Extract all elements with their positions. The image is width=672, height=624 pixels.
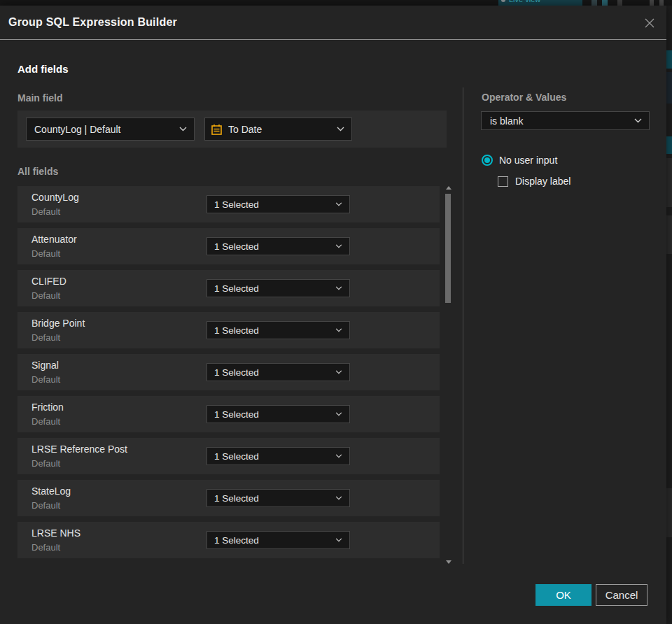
field-subtitle: Default (31, 500, 60, 511)
cancel-button[interactable]: Cancel (596, 584, 648, 606)
chevron-down-icon (335, 328, 342, 332)
field-subtitle: Default (31, 458, 60, 469)
operator-select-value: is blank (490, 115, 634, 127)
background-app-edge-strip (666, 6, 672, 624)
field-name: Friction (31, 402, 64, 413)
radio-selected-icon (482, 155, 493, 166)
field-selection-dropdown[interactable]: 1 Selected (206, 447, 350, 465)
chevron-down-icon (335, 454, 342, 458)
live-indicator-dot (501, 0, 505, 2)
selection-count: 1 Selected (214, 367, 335, 378)
field-name: Bridge Point (31, 318, 85, 329)
background-edge-fragment (666, 215, 672, 254)
background-app-top-strip: Live view (0, 0, 672, 6)
field-name: Attenuator (31, 234, 77, 245)
field-subtitle: Default (31, 248, 60, 259)
field-subtitle: Default (31, 416, 60, 427)
field-subtitle: Default (31, 206, 60, 217)
selection-count: 1 Selected (214, 493, 335, 504)
field-subtitle: Default (31, 374, 60, 385)
field-subtitle: Default (31, 290, 60, 301)
main-field-row: CountyLog | Default To Date (18, 111, 447, 148)
field-row-friction: Friction Default 1 Selected (18, 396, 440, 432)
main-field-label: Main field (18, 92, 63, 104)
selection-count: 1 Selected (214, 535, 335, 546)
field-name: CLIFED (31, 276, 66, 287)
background-edge-fragment (666, 72, 672, 104)
chevron-down-icon (337, 127, 344, 132)
background-edge-fragment (666, 50, 672, 69)
field-subtitle: Default (31, 542, 60, 553)
chevron-down-icon (335, 370, 342, 374)
date-type-select[interactable]: To Date (204, 118, 352, 141)
field-selection-dropdown[interactable]: 1 Selected (206, 237, 350, 255)
selection-count: 1 Selected (214, 199, 335, 210)
field-row-signal: Signal Default 1 Selected (18, 354, 440, 390)
selection-count: 1 Selected (214, 325, 335, 336)
field-subtitle: Default (31, 332, 60, 343)
field-selection-dropdown[interactable]: 1 Selected (206, 321, 350, 339)
main-field-select[interactable]: CountyLog | Default (26, 118, 195, 141)
panel-divider (463, 87, 463, 564)
background-toolbar-fragment (659, 0, 664, 6)
date-type-select-value: To Date (228, 124, 337, 135)
field-selection-dropdown[interactable]: 1 Selected (206, 279, 350, 297)
scrollbar-up-arrow-icon[interactable] (446, 186, 451, 190)
chevron-down-icon (335, 202, 342, 206)
selection-count: 1 Selected (214, 409, 335, 420)
field-name: Signal (31, 360, 59, 371)
field-selection-dropdown[interactable]: 1 Selected (206, 531, 350, 549)
field-row-statelog: StateLog Default 1 Selected (18, 480, 440, 516)
close-button[interactable] (641, 15, 658, 31)
scrollbar-down-arrow-icon[interactable] (446, 560, 451, 564)
no-user-input-label: No user input (499, 155, 557, 166)
field-selection-dropdown[interactable]: 1 Selected (206, 195, 350, 213)
group-sql-expression-builder-dialog: Group SQL Expression Builder Add fields … (0, 6, 666, 624)
background-toolbar-fragment (592, 0, 597, 6)
live-view-label: Live view (509, 0, 540, 3)
operator-values-label: Operator & Values (482, 92, 566, 103)
field-row-countylog: CountyLog Default 1 Selected (18, 186, 440, 222)
chevron-down-icon (335, 412, 342, 416)
background-toolbar-fragment (650, 0, 654, 6)
field-row-lrse-reference-post: LRSE Reference Post Default 1 Selected (18, 438, 440, 474)
field-name: StateLog (31, 485, 71, 497)
field-selection-dropdown[interactable]: 1 Selected (206, 405, 350, 423)
background-edge-fragment (666, 136, 672, 154)
chevron-down-icon (335, 244, 342, 248)
chevron-down-icon (634, 118, 642, 123)
selection-count: 1 Selected (214, 283, 335, 294)
background-edge-fragment (666, 488, 672, 537)
dialog-title: Group SQL Expression Builder (0, 16, 177, 29)
main-field-select-value: CountyLog | Default (34, 124, 179, 135)
field-row-clifed: CLIFED Default 1 Selected (18, 270, 440, 306)
field-selection-dropdown[interactable]: 1 Selected (206, 363, 350, 381)
scrollbar-thumb[interactable] (445, 194, 451, 303)
operator-select[interactable]: is blank (481, 111, 650, 130)
display-label-checkbox[interactable]: Display label (498, 176, 570, 187)
chevron-down-icon (335, 286, 342, 290)
checkbox-unchecked-icon (498, 176, 508, 187)
field-name: LRSE Reference Post (31, 444, 127, 455)
add-fields-heading: Add fields (18, 63, 69, 75)
selection-count: 1 Selected (214, 241, 335, 252)
live-view-button: Live view (498, 0, 582, 6)
chevron-down-icon (335, 538, 342, 542)
all-fields-label: All fields (18, 166, 58, 177)
background-toolbar-fragment (602, 0, 608, 6)
field-row-lrse-nhs: LRSE NHS Default 1 Selected (18, 522, 440, 558)
ok-button[interactable]: OK (536, 584, 592, 606)
selection-count: 1 Selected (214, 451, 335, 462)
field-name: CountyLog (31, 192, 79, 203)
display-label-text: Display label (515, 176, 570, 187)
field-selection-dropdown[interactable]: 1 Selected (206, 489, 350, 507)
field-name: LRSE NHS (31, 527, 80, 539)
fields-list-scrollbar[interactable] (444, 186, 452, 564)
no-user-input-radio[interactable]: No user input (482, 155, 557, 166)
background-toolbar-fragment (617, 0, 622, 6)
chevron-down-icon (179, 127, 187, 132)
dialog-header: Group SQL Expression Builder (0, 6, 666, 40)
field-row-bridge-point: Bridge Point Default 1 Selected (18, 312, 440, 348)
close-icon (644, 17, 655, 29)
calendar-date-icon (211, 124, 222, 135)
